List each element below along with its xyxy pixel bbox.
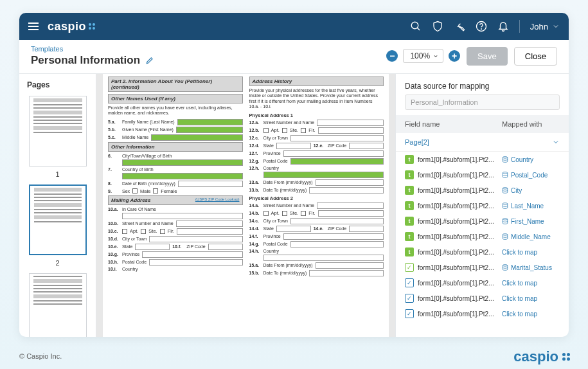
map-row[interactable]: ✓form1[0].#subform[1].Pt2Line...Click to…: [396, 306, 569, 321]
field-10a[interactable]: [122, 213, 243, 219]
field-12g[interactable]: [290, 158, 384, 165]
cb-male[interactable]: [132, 188, 138, 194]
text-field-icon: t: [405, 232, 414, 241]
mapped-value[interactable]: Click to map: [502, 310, 560, 318]
checkbox-field-icon: ✓: [405, 294, 414, 303]
field-10d[interactable]: [149, 236, 242, 242]
footer-logo: caspio: [513, 348, 570, 365]
map-header: Field name Mapped with: [396, 115, 569, 133]
text-field-icon: t: [405, 248, 414, 256]
zoom-out-button[interactable]: −: [386, 50, 398, 62]
text-field-icon: t: [405, 170, 414, 179]
page-thumb-2[interactable]: [29, 184, 87, 255]
text-field-icon: t: [405, 201, 414, 210]
mapped-value[interactable]: Click to map: [502, 295, 560, 302]
svg-point-0: [411, 22, 418, 29]
map-row[interactable]: tform1[0].#subform[1].Pt2Line...Click to…: [396, 244, 569, 260]
svg-point-5: [503, 188, 508, 190]
field-path: form1[0].#subform[1].Pt2Line...: [418, 172, 498, 179]
text-field-icon: t: [405, 155, 414, 164]
map-row[interactable]: tform1[0].#subform[1].Pt2Line...Postal_C…: [396, 167, 569, 183]
field-5b[interactable]: [176, 127, 243, 133]
footer-copyright: © Caspio Inc.: [19, 352, 62, 360]
field-path: form1[0].#subform[1].Pt2Line...: [418, 218, 498, 225]
pages-panel: Pages 1 2 3: [19, 74, 96, 337]
svg-point-2: [481, 29, 481, 30]
mapped-value[interactable]: Click to map: [502, 280, 560, 287]
map-group-page2[interactable]: Page[2]: [396, 133, 569, 152]
field-8[interactable]: [178, 181, 243, 187]
mapped-value[interactable]: Middle_Name: [502, 233, 560, 240]
data-source-label: Data source for mapping: [405, 82, 560, 91]
other-names-note: Provide all other names you have ever us…: [108, 105, 243, 116]
map-row[interactable]: tform1[0].#subform[1].Pt2Line...Middle_N…: [396, 229, 569, 244]
mapped-value[interactable]: Country: [502, 156, 560, 163]
thumb-num-1: 1: [27, 170, 88, 178]
svg-point-9: [503, 265, 508, 267]
cb-female[interactable]: [153, 188, 158, 194]
map-row[interactable]: ✓form1[0].#subform[1].Pt2Line...Marital_…: [396, 260, 569, 275]
field-5c[interactable]: [151, 134, 242, 141]
svg-point-6: [503, 203, 508, 205]
field-path: form1[0].#subform[1].Pt2Line...: [418, 203, 498, 210]
user-menu[interactable]: John: [530, 22, 560, 32]
bell-icon[interactable]: [497, 21, 509, 32]
mapped-value[interactable]: Last_Name: [502, 203, 560, 210]
zoom-select[interactable]: 100%: [403, 49, 443, 63]
page-thumb-1[interactable]: [29, 96, 87, 166]
field-6[interactable]: [122, 159, 243, 166]
svg-point-4: [503, 172, 508, 174]
map-row[interactable]: tform1[0].#subform[1].Pt2Line...City: [396, 183, 569, 198]
user-name: John: [530, 22, 548, 32]
mapped-value[interactable]: Marital_Status: [502, 264, 560, 271]
other-info-head: Other Information: [108, 142, 243, 152]
close-button[interactable]: Close: [514, 47, 557, 66]
field-path: form1[0].#subform[1].Pt2Line...: [418, 249, 498, 256]
map-row[interactable]: tform1[0].#subform[1].Pt2Line...Last_Nam…: [396, 198, 569, 213]
checkbox-field-icon: ✓: [405, 278, 414, 287]
field-path: form1[0].#subform[1].Pt2Line...: [418, 233, 498, 240]
shield-icon[interactable]: [432, 21, 443, 32]
other-names-head: Other Names Used (if any): [108, 94, 243, 104]
field-5a[interactable]: [177, 119, 243, 125]
usps-link[interactable]: (USPS ZIP Code Lookup): [195, 197, 240, 203]
zoom-in-button[interactable]: +: [449, 50, 460, 62]
help-icon[interactable]: [476, 21, 487, 32]
menu-icon[interactable]: [28, 22, 39, 30]
document-panel[interactable]: Part 2. Information About You (Petitione…: [96, 74, 395, 337]
mapping-panel: Data source for mapping Field name Mappe…: [395, 74, 569, 337]
addr-hist-head: Address History: [249, 76, 384, 86]
field-path: form1[0].#subform[1].Pt2Line...: [418, 156, 498, 163]
mailing-head: Mailing Address(USPS ZIP Code Lookup): [108, 195, 243, 205]
mapped-value[interactable]: First_Name: [502, 218, 560, 225]
edit-icon[interactable]: [145, 56, 154, 65]
chevron-down-icon: [552, 138, 560, 146]
map-row[interactable]: tform1[0].#subform[1].Pt2Line...Country: [396, 152, 569, 167]
wrench-icon[interactable]: [454, 21, 465, 32]
brand-text: caspio: [48, 20, 86, 33]
map-row[interactable]: tform1[0].#subform[1].Pt2Line...First_Na…: [396, 213, 569, 229]
checkbox-field-icon: ✓: [405, 263, 414, 272]
field-path: form1[0].#subform[1].Pt2Line...: [418, 187, 498, 194]
map-row[interactable]: ✓form1[0].#subform[1].Pt2Line...Click to…: [396, 275, 569, 291]
field-7[interactable]: [122, 173, 243, 179]
breadcrumb-templates[interactable]: Templates: [31, 45, 154, 53]
field-12h[interactable]: [263, 172, 384, 178]
brand-logo: caspio: [48, 20, 95, 33]
data-source-input[interactable]: [405, 94, 560, 110]
save-button[interactable]: Save: [467, 47, 508, 66]
brand-dots-icon: [562, 353, 570, 361]
page-thumb-3[interactable]: [29, 273, 87, 337]
col-mapped-with: Mapped with: [502, 120, 560, 128]
field-path: form1[0].#subform[1].Pt2Line...: [418, 280, 498, 287]
main: Pages 1 2 3 Part 2. Information About Yo…: [19, 74, 569, 337]
brand-dots-icon: [89, 23, 95, 30]
mapped-value[interactable]: City: [502, 187, 560, 194]
mapped-value[interactable]: Click to map: [502, 249, 560, 256]
field-10b[interactable]: [176, 221, 243, 227]
text-field-icon: t: [405, 217, 414, 226]
app-window: caspio John Templates Personal Informati…: [19, 13, 569, 337]
search-icon[interactable]: [410, 21, 422, 32]
mapped-value[interactable]: Postal_Code: [502, 172, 560, 179]
map-row[interactable]: ✓form1[0].#subform[1].Pt2Line...Click to…: [396, 291, 569, 306]
